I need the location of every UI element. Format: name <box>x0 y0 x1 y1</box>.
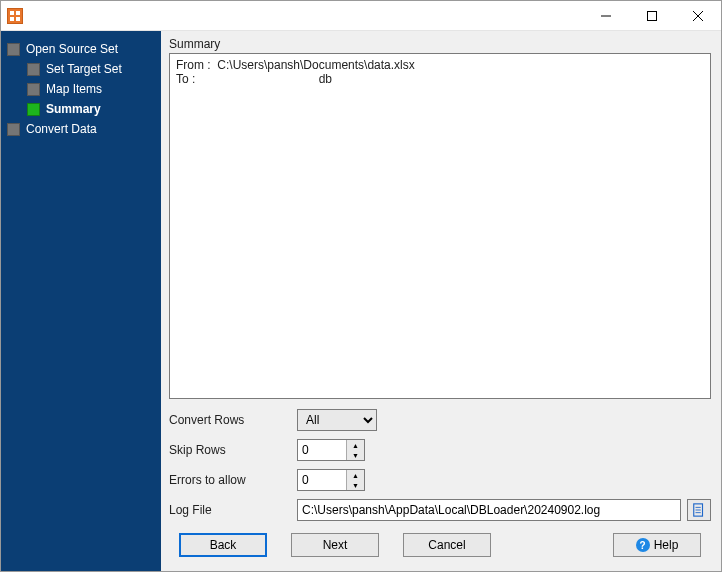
step-box-icon <box>7 123 20 136</box>
step-box-icon <box>27 103 40 116</box>
skip-rows-input[interactable] <box>298 440 346 460</box>
next-button[interactable]: Next <box>291 533 379 557</box>
step-convert-data[interactable]: Convert Data <box>5 119 157 139</box>
step-label: Convert Data <box>26 122 97 136</box>
errors-allow-label: Errors to allow <box>169 473 297 487</box>
spin-up-button[interactable]: ▲ <box>347 440 364 450</box>
help-button-label: Help <box>654 538 679 552</box>
main-panel: Summary From : C:\Users\pansh\Documents\… <box>161 31 721 571</box>
step-box-icon <box>27 83 40 96</box>
close-button[interactable] <box>675 1 721 31</box>
step-label: Summary <box>46 102 101 116</box>
document-icon <box>692 503 706 517</box>
convert-rows-select[interactable]: All <box>297 409 377 431</box>
wizard-window: Open Source Set Set Target Set Map Items… <box>0 0 722 572</box>
spin-up-button[interactable]: ▲ <box>347 470 364 480</box>
next-button-label: Next <box>323 538 348 552</box>
step-summary[interactable]: Summary <box>5 99 157 119</box>
minimize-button[interactable] <box>583 1 629 31</box>
step-set-target-set[interactable]: Set Target Set <box>5 59 157 79</box>
step-label: Open Source Set <box>26 42 118 56</box>
cancel-button[interactable]: Cancel <box>403 533 491 557</box>
help-button[interactable]: ? Help <box>613 533 701 557</box>
step-map-items[interactable]: Map Items <box>5 79 157 99</box>
log-file-label: Log File <box>169 503 297 517</box>
step-open-source-set[interactable]: Open Source Set <box>5 39 157 59</box>
cancel-button-label: Cancel <box>428 538 465 552</box>
maximize-button[interactable] <box>629 1 675 31</box>
log-file-browse-button[interactable] <box>687 499 711 521</box>
skip-rows-label: Skip Rows <box>169 443 297 457</box>
step-box-icon <box>27 63 40 76</box>
spin-down-button[interactable]: ▼ <box>347 450 364 460</box>
section-title: Summary <box>169 37 711 51</box>
options-form: Convert Rows All Skip Rows ▲ ▼ <box>169 399 711 521</box>
svg-rect-1 <box>648 11 657 20</box>
help-icon: ? <box>636 538 650 552</box>
app-icon <box>7 8 23 24</box>
step-label: Map Items <box>46 82 102 96</box>
skip-rows-spinner[interactable]: ▲ ▼ <box>297 439 365 461</box>
window-controls <box>583 1 721 31</box>
wizard-steps-sidebar: Open Source Set Set Target Set Map Items… <box>1 31 161 571</box>
step-label: Set Target Set <box>46 62 122 76</box>
convert-rows-label: Convert Rows <box>169 413 297 427</box>
errors-allow-spinner[interactable]: ▲ ▼ <box>297 469 365 491</box>
wizard-button-bar: Back Next Cancel ? Help <box>169 521 711 571</box>
step-box-icon <box>7 43 20 56</box>
errors-allow-input[interactable] <box>298 470 346 490</box>
back-button-label: Back <box>210 538 237 552</box>
titlebar <box>1 1 721 31</box>
summary-textbox[interactable]: From : C:\Users\pansh\Documents\data.xls… <box>169 53 711 399</box>
back-button[interactable]: Back <box>179 533 267 557</box>
log-file-input[interactable] <box>297 499 681 521</box>
spin-down-button[interactable]: ▼ <box>347 480 364 490</box>
